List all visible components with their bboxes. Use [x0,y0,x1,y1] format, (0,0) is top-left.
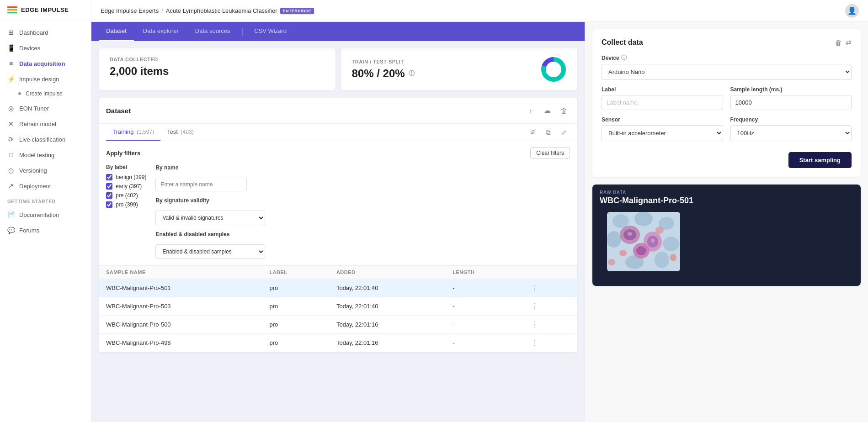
sensor-group: Sensor Built-in accelerometer Built-in m… [602,116,723,141]
device-info-icon: ⓘ [621,54,627,62]
tab-training[interactable]: Training (1,597) [106,124,160,141]
table-row[interactable]: WBC-Malignant-Pro-500 pro Today, 22:01:1… [99,316,577,334]
enabled-disabled-title: Enabled & disabled samples [155,231,229,237]
sensor-select[interactable]: Built-in accelerometer Built-in micropho… [602,125,723,141]
clear-filters-button[interactable]: Clear filters [530,148,570,158]
label-pre[interactable]: pre (402) [106,192,146,199]
start-sampling-button[interactable]: Start sampling [788,152,852,168]
label-input[interactable] [602,95,723,110]
table-row[interactable]: WBC-Malignant-Pro-501 pro Today, 22:01:4… [99,279,577,297]
cell-label: pro [262,316,329,334]
label-benign-text: benign (399) [116,174,146,180]
logo-text: EDGE IMPULSE [21,6,69,13]
forums-icon: 💬 [7,227,15,234]
tab-separator: | [239,27,245,37]
filters-header: Apply filters Clear filters [106,148,570,158]
col-added: ADDED [329,266,445,279]
svg-point-15 [636,246,646,255]
documentation-icon: 📄 [7,211,15,218]
checkbox-pre[interactable] [106,192,112,199]
deployment-icon: ↗ [7,182,15,190]
user-avatar[interactable]: 👤 [845,4,859,18]
tab-csv-wizard[interactable]: CSV Wizard [247,22,294,41]
row-menu-btn[interactable]: ⋮ [528,320,541,329]
checkbox-benign[interactable] [106,174,112,180]
sidebar-item-impulse-design[interactable]: ⚡ Impulse design [0,71,91,87]
train-test-ratio: 80% / 20% [352,67,405,80]
sidebar-item-eon-tuner[interactable]: ◎ EON Tuner [0,100,91,116]
sidebar-item-label: Versioning [19,167,47,174]
upload-btn[interactable]: ↑ [524,104,537,117]
sample-length-label: Sample length (ms.) [730,86,852,93]
label-pro[interactable]: pro (399) [106,201,146,208]
sidebar-item-model-testing[interactable]: □ Model testing [0,147,91,163]
right-panel: Collect data 🗑 ⇄ Device ⓘ Arduino Nano [585,22,868,422]
frequency-label: Frequency [730,116,852,123]
svg-point-17 [655,227,664,234]
sidebar-item-forums[interactable]: 💬 Forums [0,222,91,238]
sidebar-item-documentation[interactable]: 📄 Documentation [0,207,91,222]
svg-point-9 [655,252,669,268]
signature-select[interactable]: Valid & invalid signatures Valid signatu… [155,211,265,225]
live-class-icon: ⟳ [7,136,15,143]
tab-bar: Dataset Data explorer Data sources | CSV… [91,22,585,41]
tab-test[interactable]: Test (403) [160,124,200,141]
sidebar-nav: ⊞ Dashboard 📱 Devices ≡ Data acquisition… [0,20,91,422]
tab-data-explorer[interactable]: Data explorer [136,22,186,41]
breadcrumb-sep: / [161,7,163,14]
cloud-btn[interactable]: ☁ [541,104,554,117]
sidebar-item-live-classification[interactable]: ⟳ Live classification [0,132,91,147]
table-row[interactable]: WBC-Malignant-Pro-503 pro Today, 22:01:4… [99,297,577,316]
trash-btn[interactable]: 🗑 [557,104,570,117]
sensor-label: Sensor [602,116,723,123]
sidebar-item-deployment[interactable]: ↗ Deployment [0,178,91,194]
data-collected-value: 2,000 items [110,65,325,78]
svg-point-18 [670,254,676,261]
collect-data-header: Collect data 🗑 ⇄ [602,38,852,47]
table-row[interactable]: WBC-Malignant-Pro-498 pro Today, 22:01:1… [99,334,577,352]
enabled-select[interactable]: Enabled & disabled samples Enabled sampl… [155,244,265,259]
copy-btn[interactable]: ⧉ [542,126,554,139]
row-menu-btn[interactable]: ⋮ [528,301,541,311]
cd-trash-btn[interactable]: 🗑 [835,38,842,47]
svg-point-7 [663,237,679,251]
sidebar-item-create-impulse[interactable]: Create impulse [0,87,91,100]
retrain-icon: ✕ [7,120,15,127]
raw-data-header: RAW DATA WBC-Malignant-Pro-501 [592,185,861,208]
filter-btn[interactable]: ⚟ [526,126,539,139]
collect-data-icons: 🗑 ⇄ [835,38,852,47]
expand-btn[interactable]: ⤢ [557,126,570,139]
enabled-disabled-group: Enabled & disabled samples Enabled & dis… [155,231,570,259]
frequency-group: Frequency 100Hz 50Hz 200Hz [730,116,852,141]
checkbox-early[interactable] [106,183,112,190]
info-icon: ⓘ [409,69,415,78]
row-menu-btn[interactable]: ⋮ [528,338,541,348]
sidebar-item-versioning[interactable]: ◷ Versioning [0,163,91,178]
tab-dataset[interactable]: Dataset [99,22,134,41]
row-menu-btn[interactable]: ⋮ [528,283,541,293]
checkbox-pro[interactable] [106,201,112,208]
cell-length: - [445,334,521,352]
tab-data-sources[interactable]: Data sources [188,22,238,41]
cell-length: - [445,316,521,334]
sidebar-item-devices[interactable]: 📱 Devices [0,40,91,56]
cd-settings-btn[interactable]: ⇄ [846,38,852,47]
sidebar-item-dashboard[interactable]: ⊞ Dashboard [0,25,91,40]
sample-name-input[interactable] [155,178,247,191]
data-collected-label: DATA COLLECTED [110,57,325,62]
cell-sample-name: WBC-Malignant-Pro-498 [99,334,262,352]
logo-icon [7,6,17,13]
raw-data-image [607,212,680,271]
by-signature-title: By signature validity [155,197,209,204]
sidebar-item-label: Retrain model [19,121,56,127]
frequency-select[interactable]: 100Hz 50Hz 200Hz [730,125,852,141]
top-header: Edge Impulse Experts / Acute Lymphoblast… [91,0,868,22]
checkbox-list: benign (399) early (397) pre (402) [106,174,146,208]
sample-length-input[interactable] [730,95,852,110]
label-benign[interactable]: benign (399) [106,174,146,180]
sidebar-item-retrain-model[interactable]: ✕ Retrain model [0,116,91,132]
sidebar: EDGE IMPULSE ⊞ Dashboard 📱 Devices ≡ Dat… [0,0,91,422]
label-early[interactable]: early (397) [106,183,146,190]
sidebar-item-data-acquisition[interactable]: ≡ Data acquisition [0,56,91,71]
device-select[interactable]: Arduino Nano Raspberry Pi ST Discovery K… [602,64,852,80]
